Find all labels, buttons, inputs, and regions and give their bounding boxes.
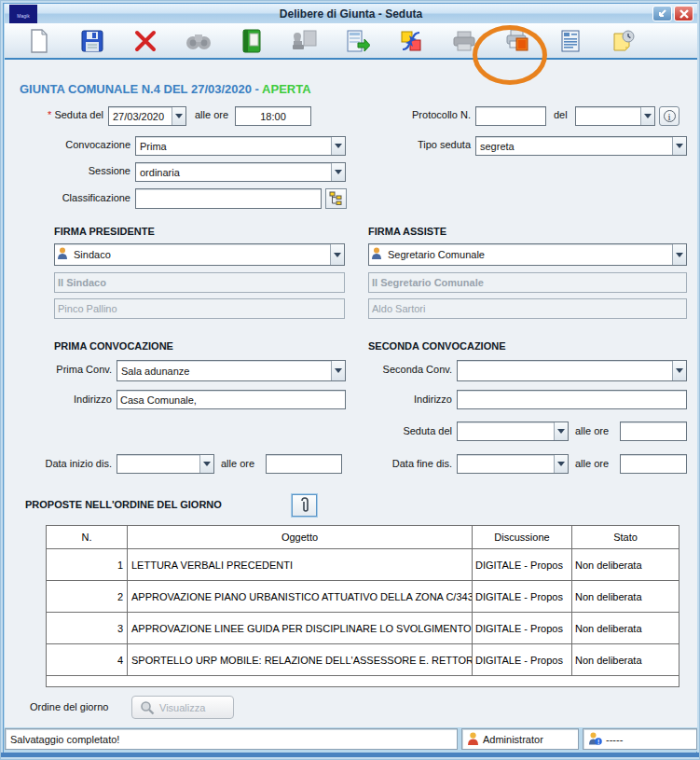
firma-assiste-carica-field: Il Segretario Comunale [368,272,687,293]
seduta-title-text: GIUNTA COMUNALE N.4 DEL 27/03/2020 - [20,82,262,96]
col-header-stato[interactable]: Stato [572,526,679,548]
firma-presidente-select[interactable]: Sindaco [54,243,345,266]
sessione-dropdown-button[interactable] [331,163,345,181]
seconda-convocazione-title: SECONDA CONVOCAZIONE [368,340,506,352]
close-icon [679,9,689,19]
cell-stato: Non deliberata [572,644,679,675]
prima-conv-value: Sala adunanze [117,366,331,377]
archive-binder-button[interactable] [238,27,266,55]
data-inizio-dis-picker[interactable] [117,454,214,474]
print-delibera-button[interactable] [503,27,531,55]
col-header-discussione[interactable]: Discussione [473,526,572,548]
seconda-alle-ore-input[interactable] [620,421,687,441]
proposte-table[interactable]: N. Oggetto Discussione Stato 1 LETTURA V… [46,525,679,687]
del-dropdown-button[interactable] [640,107,654,125]
person-icon [371,247,382,262]
cell-oggetto: SPORTELLO URP MOBILE: RELAZIONE DELL'ASS… [128,644,473,675]
report-icon [559,29,582,53]
sessione-select[interactable]: ordinaria [135,162,346,182]
seconda-seduta-del-picker[interactable] [457,421,569,441]
seconda-conv-dropdown-button[interactable] [672,361,686,380]
cell-discussione: DIGITALE - Propos [473,549,572,580]
search-button[interactable] [185,27,213,55]
data-fine-dropdown-button[interactable] [554,455,568,473]
firma-assiste-select[interactable]: Segretario Comunale [368,243,687,266]
cell-discussione: DIGITALE - Propos [473,581,572,612]
table-row[interactable]: 3 APPROVAZIONE LINEE GUIDA PER DISCIPLIN… [47,613,679,644]
protocollo-info-button[interactable]: i [659,106,679,126]
cell-n: 4 [47,644,128,675]
del-date-picker[interactable] [575,106,655,126]
cell-discussione: DIGITALE - Propos [473,613,572,643]
seconda-conv-select[interactable] [457,360,687,381]
firma-assiste-title: FIRMA ASSISTE [368,226,446,237]
firma-assiste-dropdown-button[interactable] [672,244,686,265]
close-window-button[interactable] [674,6,693,21]
fine-alle-ore-label: alle ore [575,458,609,469]
classificazione-label: Classificazione [23,192,130,203]
cell-n: 3 [47,613,128,643]
convocazione-label: Convocazione [33,139,130,150]
inizio-alle-ore-input[interactable] [266,454,342,474]
save-button[interactable] [78,27,106,55]
seduta-del-date-picker[interactable]: 27/03/2020 [108,106,186,126]
seconda-alle-ore-label: alle ore [575,425,609,436]
new-document-button[interactable] [25,27,53,55]
data-fine-dis-label: Data fine dis. [364,458,452,469]
export-document-button[interactable] [344,27,372,55]
form-area: GIUNTA COMUNALE N.4 DEL 27/03/2020 - APE… [5,60,697,727]
prima-convocazione-title: PRIMA CONVOCAZIONE [54,340,173,352]
chevron-down-icon [676,144,683,148]
seconda-seduta-dropdown-button[interactable] [554,422,568,440]
archive-binder-icon [241,29,262,53]
allega-proposta-button[interactable] [292,494,317,517]
classificazione-tree-button[interactable] [325,188,347,209]
seconda-conv-label: Seconda Conv. [364,364,452,375]
col-header-n[interactable]: N. [47,526,128,548]
convocazione-select[interactable]: Prima [135,136,346,156]
prima-indirizzo-input[interactable]: Casa Comunale, [117,390,346,409]
chevron-down-icon [335,144,342,148]
tipo-seduta-dropdown-button[interactable] [672,137,686,155]
visualizza-button[interactable]: Visualizza [131,696,234,719]
prima-conv-dropdown-button[interactable] [331,361,345,380]
protocollo-input[interactable] [475,106,546,126]
col-header-oggetto[interactable]: Oggetto [128,526,473,548]
tipo-seduta-select[interactable]: segreta [475,136,687,156]
convocazione-dropdown-button[interactable] [331,137,345,155]
seduta-del-dropdown-button[interactable] [172,107,185,125]
alle-ore-input[interactable]: 18:00 [235,106,311,126]
table-row[interactable]: 1 LETTURA VERBALI PRECEDENTI DIGITALE - … [47,549,679,581]
tipo-seduta-label: Tipo seduta [391,139,471,150]
seduta-del-label: * Seduta del [14,109,103,120]
prima-conv-select[interactable]: Sala adunanze [117,360,346,381]
new-document-icon [28,29,50,53]
app-logo: Magik [9,5,37,23]
info-icon: i [664,110,676,122]
table-row[interactable]: 2 APPROVAZIONE PIANO URBANISTICO ATTUATI… [47,581,679,613]
seconda-indirizzo-input[interactable] [457,390,687,409]
seconda-indirizzo-label: Indirizzo [364,394,452,405]
report-button[interactable] [556,27,584,55]
table-row[interactable]: 4 SPORTELLO URP MOBILE: RELAZIONE DELL'A… [47,644,679,676]
history-icon [611,30,636,52]
convocazione-value: Prima [136,141,331,152]
delete-button[interactable] [131,27,159,55]
stamp-icon [292,29,318,53]
cell-stato: Non deliberata [572,549,679,580]
title-bar[interactable]: Magik Delibere di Giunta - Seduta [5,4,697,23]
firma-presidente-nome-field: Pinco Pallino [54,298,345,319]
restore-window-button[interactable] [652,6,672,21]
firma-presidente-dropdown-button[interactable] [330,244,344,265]
transfer-button[interactable] [397,27,425,55]
history-button[interactable] [610,27,638,55]
fine-alle-ore-input[interactable] [620,454,687,474]
data-fine-dis-picker[interactable] [457,454,569,474]
classificazione-input[interactable] [135,188,322,209]
status-message-panel: Salvataggio completato! [5,728,458,750]
print-button[interactable] [450,27,478,55]
cell-oggetto: APPROVAZIONE PIANO URBANISTICO ATTUATIVO… [128,581,473,612]
stamp-document-button[interactable] [291,27,319,55]
cell-n: 1 [47,549,128,580]
data-inizio-dropdown-button[interactable] [199,455,213,473]
